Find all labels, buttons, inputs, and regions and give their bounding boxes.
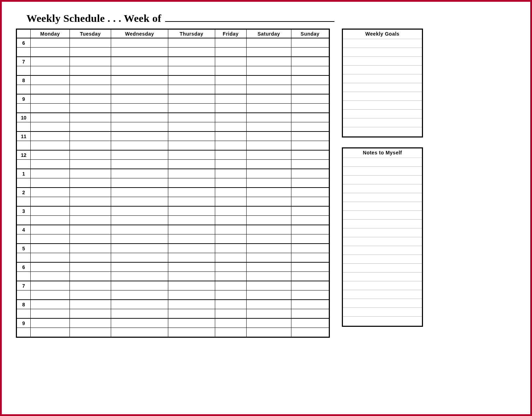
notes-line[interactable] xyxy=(343,237,422,246)
schedule-cell[interactable] xyxy=(168,253,215,263)
schedule-cell[interactable] xyxy=(111,225,168,234)
schedule-cell[interactable] xyxy=(31,150,70,160)
schedule-cell[interactable] xyxy=(247,141,291,151)
schedule-cell[interactable] xyxy=(247,206,291,216)
schedule-cell[interactable] xyxy=(69,318,111,328)
schedule-cell[interactable] xyxy=(247,75,291,85)
schedule-cell[interactable] xyxy=(215,262,247,272)
schedule-cell[interactable] xyxy=(215,188,247,197)
schedule-cell[interactable] xyxy=(111,150,168,160)
schedule-cell[interactable] xyxy=(291,94,329,104)
schedule-cell[interactable] xyxy=(69,57,111,66)
schedule-cell[interactable] xyxy=(168,122,215,132)
schedule-cell[interactable] xyxy=(168,309,215,319)
schedule-cell[interactable] xyxy=(247,234,291,244)
schedule-cell[interactable] xyxy=(31,66,70,76)
schedule-cell[interactable] xyxy=(31,281,70,290)
notes-line[interactable] xyxy=(343,228,422,237)
schedule-cell[interactable] xyxy=(111,262,168,272)
schedule-cell[interactable] xyxy=(69,122,111,132)
schedule-cell[interactable] xyxy=(31,94,70,104)
schedule-cell[interactable] xyxy=(291,253,329,263)
schedule-cell[interactable] xyxy=(31,309,70,319)
schedule-cell[interactable] xyxy=(247,300,291,309)
schedule-cell[interactable] xyxy=(111,131,168,141)
schedule-cell[interactable] xyxy=(111,197,168,207)
schedule-cell[interactable] xyxy=(111,104,168,113)
schedule-cell[interactable] xyxy=(291,300,329,309)
schedule-cell[interactable] xyxy=(69,141,111,151)
schedule-cell[interactable] xyxy=(291,57,329,66)
schedule-cell[interactable] xyxy=(168,216,215,225)
schedule-cell[interactable] xyxy=(31,328,70,337)
weekly-goals-line[interactable] xyxy=(343,66,422,74)
schedule-cell[interactable] xyxy=(31,141,70,151)
schedule-cell[interactable] xyxy=(247,197,291,207)
schedule-cell[interactable] xyxy=(247,290,291,300)
schedule-cell[interactable] xyxy=(215,318,247,328)
schedule-cell[interactable] xyxy=(215,272,247,281)
weekly-goals-line[interactable] xyxy=(343,48,422,57)
schedule-cell[interactable] xyxy=(111,290,168,300)
weekly-goals-line[interactable] xyxy=(343,74,422,83)
schedule-cell[interactable] xyxy=(168,178,215,188)
schedule-cell[interactable] xyxy=(168,169,215,178)
schedule-cell[interactable] xyxy=(215,178,247,188)
schedule-cell[interactable] xyxy=(291,216,329,225)
schedule-cell[interactable] xyxy=(69,281,111,290)
schedule-cell[interactable] xyxy=(69,85,111,94)
schedule-cell[interactable] xyxy=(31,272,70,281)
schedule-cell[interactable] xyxy=(168,104,215,113)
schedule-cell[interactable] xyxy=(247,38,291,48)
schedule-cell[interactable] xyxy=(291,309,329,319)
schedule-cell[interactable] xyxy=(69,197,111,207)
schedule-cell[interactable] xyxy=(111,169,168,178)
schedule-cell[interactable] xyxy=(291,318,329,328)
schedule-cell[interactable] xyxy=(31,48,70,57)
schedule-cell[interactable] xyxy=(215,113,247,122)
schedule-cell[interactable] xyxy=(247,48,291,57)
schedule-cell[interactable] xyxy=(247,188,291,197)
schedule-cell[interactable] xyxy=(31,122,70,132)
schedule-cell[interactable] xyxy=(111,328,168,337)
schedule-cell[interactable] xyxy=(69,94,111,104)
schedule-cell[interactable] xyxy=(31,38,70,48)
schedule-cell[interactable] xyxy=(168,206,215,216)
schedule-cell[interactable] xyxy=(291,178,329,188)
schedule-cell[interactable] xyxy=(215,160,247,169)
notes-line[interactable] xyxy=(343,184,422,193)
schedule-cell[interactable] xyxy=(31,160,70,169)
schedule-cell[interactable] xyxy=(168,262,215,272)
schedule-cell[interactable] xyxy=(215,66,247,76)
schedule-cell[interactable] xyxy=(168,300,215,309)
schedule-cell[interactable] xyxy=(168,85,215,94)
schedule-cell[interactable] xyxy=(31,131,70,141)
schedule-cell[interactable] xyxy=(31,57,70,66)
schedule-cell[interactable] xyxy=(291,188,329,197)
notes-line[interactable] xyxy=(343,290,422,299)
notes-line[interactable] xyxy=(343,308,422,317)
schedule-cell[interactable] xyxy=(291,150,329,160)
schedule-cell[interactable] xyxy=(69,75,111,85)
notes-line[interactable] xyxy=(343,167,422,176)
schedule-cell[interactable] xyxy=(247,57,291,66)
schedule-cell[interactable] xyxy=(111,253,168,263)
schedule-cell[interactable] xyxy=(247,318,291,328)
schedule-cell[interactable] xyxy=(168,197,215,207)
schedule-cell[interactable] xyxy=(247,281,291,290)
schedule-cell[interactable] xyxy=(111,178,168,188)
notes-line[interactable] xyxy=(343,299,422,308)
schedule-cell[interactable] xyxy=(31,253,70,263)
schedule-cell[interactable] xyxy=(247,131,291,141)
schedule-cell[interactable] xyxy=(168,290,215,300)
weekly-goals-line[interactable] xyxy=(343,57,422,66)
schedule-cell[interactable] xyxy=(247,253,291,263)
schedule-cell[interactable] xyxy=(247,169,291,178)
schedule-cell[interactable] xyxy=(247,225,291,234)
schedule-cell[interactable] xyxy=(111,141,168,151)
schedule-cell[interactable] xyxy=(69,48,111,57)
schedule-cell[interactable] xyxy=(247,262,291,272)
schedule-cell[interactable] xyxy=(291,141,329,151)
schedule-cell[interactable] xyxy=(215,244,247,253)
notes-line[interactable] xyxy=(343,317,422,325)
